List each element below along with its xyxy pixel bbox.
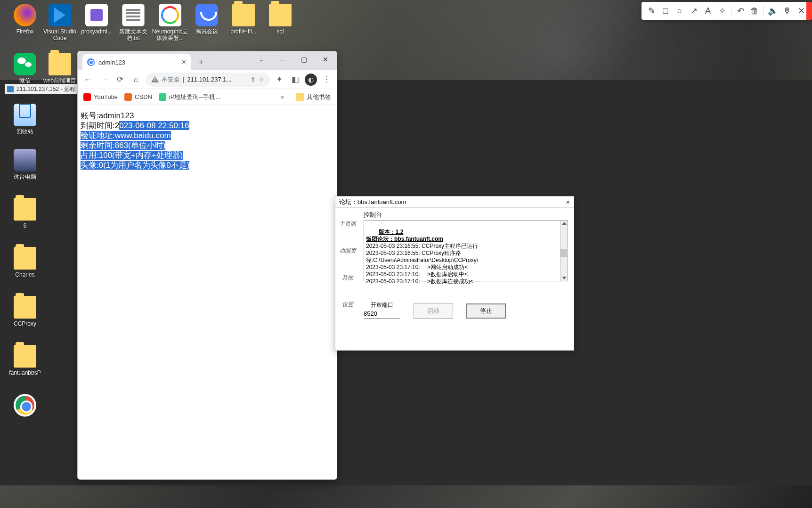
- scrollbar[interactable]: [560, 221, 568, 281]
- arrow-icon[interactable]: ↗: [687, 4, 701, 18]
- icon-ccproxy[interactable]: CCProxy: [7, 296, 43, 327]
- icon-neumorphic[interactable]: Neumorphic立体效果登...: [152, 4, 188, 41]
- page-line-expiry: 到期时间:2023-06-08 22:50:16: [81, 121, 334, 131]
- star-icon[interactable]: ☆: [259, 76, 264, 83]
- text-icon[interactable]: A: [701, 4, 715, 18]
- magic-icon[interactable]: ✧: [715, 4, 729, 18]
- forward-button[interactable]: →: [97, 73, 111, 86]
- port-label: 开放端口: [364, 301, 400, 309]
- bookmarks-overflow[interactable]: »: [281, 93, 284, 100]
- bookmark-csdn[interactable]: CSDN: [124, 93, 152, 101]
- console-titlebar[interactable]: 论坛：bbs.fantuanft.com ×: [335, 197, 574, 208]
- console-side-tabs: 主页面 功能页 其他 设置: [335, 208, 360, 350]
- console-close-icon[interactable]: ×: [566, 198, 570, 206]
- rdp-taskbar-item[interactable]: 211.101.237.152 - 远程: [5, 84, 80, 94]
- trash-icon[interactable]: 🗑: [747, 4, 762, 18]
- ip-lookup-icon: [159, 93, 166, 101]
- extensions-icon[interactable]: ✦: [273, 73, 286, 86]
- menu-icon[interactable]: ⋮: [320, 73, 333, 86]
- address-bar[interactable]: 不安全 | 211.101.237.1... ⇪ ☆: [146, 73, 270, 87]
- icon-recycle-bin[interactable]: 回收站: [7, 99, 43, 135]
- bookmarks-bar: YouTube CSDN iP地址查询--手机... » 其他书签: [78, 89, 337, 105]
- icon-sql[interactable]: sql: [262, 4, 299, 35]
- chrome-window: admin123 × + ⌄ — ▢ ✕ ← → ⟳ ⌂ 不安全 | 211.1…: [77, 51, 337, 480]
- speaker-icon[interactable]: 🔈: [766, 4, 780, 18]
- tab-close-icon[interactable]: ×: [182, 58, 186, 66]
- pencil-icon[interactable]: ✎: [644, 4, 658, 18]
- tab-settings[interactable]: 设置: [342, 301, 353, 309]
- icon-new-text-doc[interactable]: 新建文本文档.txt: [115, 4, 152, 41]
- insecure-warning-icon: [151, 76, 159, 83]
- console-log[interactable]: 版本：1.2 饭团论坛：bbs.fantuanft.com 2023-05-03…: [364, 220, 568, 281]
- chrome-toolbar: ← → ⟳ ⌂ 不安全 | 211.101.237.1... ⇪ ☆ ✦ ◧ ◐…: [78, 70, 337, 89]
- scrollbar-thumb[interactable]: [560, 249, 567, 257]
- window-close-button[interactable]: ✕: [315, 52, 336, 66]
- icon-wechat[interactable]: 微信: [7, 53, 43, 84]
- icon-vscode[interactable]: Visual Studio Code: [41, 4, 78, 41]
- icon-fantuanbbsp[interactable]: fantuanbbsP: [7, 345, 43, 376]
- url-text: 211.101.237.1...: [187, 76, 231, 83]
- mic-icon[interactable]: 🎙: [780, 4, 794, 18]
- page-line-account: 账号:admin123: [81, 111, 334, 121]
- folder-icon: [296, 93, 304, 101]
- circle-icon[interactable]: ○: [673, 4, 687, 18]
- stop-button[interactable]: 停止: [466, 303, 506, 319]
- youtube-icon: [83, 93, 91, 101]
- console-window: 论坛：bbs.fantuanft.com × 主页面 功能页 其他 设置 控制台…: [335, 196, 574, 351]
- maximize-button[interactable]: ▢: [293, 52, 314, 66]
- back-button[interactable]: ←: [81, 73, 95, 86]
- bookmark-youtube[interactable]: YouTube: [83, 93, 118, 101]
- log-header: 版本：1.2 饭团论坛：bbs.fantuanft.com: [366, 229, 443, 242]
- console-panel-label: 控制台: [364, 211, 568, 219]
- search-icon: [87, 58, 95, 66]
- home-button[interactable]: ⌂: [130, 73, 143, 86]
- tab-title: admin123: [98, 59, 125, 66]
- port-input[interactable]: [364, 309, 400, 319]
- page-line-remaining: 剩余时间:863(单位小时): [81, 140, 334, 150]
- icon-profile-fli[interactable]: profile-fli...: [225, 4, 262, 35]
- annotation-toolbar: ✎ □ ○ ↗ A ✧ ↶ 🗑 🔈 🎙 ✕: [641, 2, 811, 20]
- icon-tencent-meeting[interactable]: 腾讯会议: [188, 4, 225, 35]
- square-icon[interactable]: □: [658, 4, 673, 18]
- chrome-tab[interactable]: admin123 ×: [82, 54, 191, 70]
- tab-other[interactable]: 其他: [342, 274, 353, 282]
- toolbar-separator: [731, 6, 731, 16]
- icon-this-pc[interactable]: 这台电脑: [7, 149, 43, 180]
- sidepanel-icon[interactable]: ◧: [289, 73, 302, 86]
- toolbar-separator: [763, 6, 764, 16]
- other-bookmarks[interactable]: 其他书签: [296, 93, 331, 101]
- icon-firefox[interactable]: Firefox: [7, 4, 43, 35]
- icon-chrome[interactable]: [7, 394, 43, 418]
- reload-button[interactable]: ⟳: [114, 73, 127, 86]
- page-line-usage: 占用:100(带宽+内存+处理器): [81, 150, 334, 160]
- icon-web-frontend[interactable]: web前端项目: [41, 53, 78, 84]
- chevron-down-icon[interactable]: ⌄: [252, 52, 271, 66]
- log-body: 2023-05-03 23:16:55: CCProxy主程序已运行 2023-…: [366, 243, 479, 285]
- tab-main[interactable]: 主页面: [339, 220, 356, 228]
- tab-features[interactable]: 功能页: [339, 247, 356, 255]
- page-line-avatar: 头像:0(1为用户名为头像0不是): [81, 160, 334, 170]
- minimize-button[interactable]: —: [272, 52, 292, 66]
- profile-avatar[interactable]: ◐: [305, 74, 317, 86]
- page-content: 账号:admin123 到期时间:2023-06-08 22:50:16 验证地…: [78, 105, 337, 479]
- console-title: 论坛：bbs.fantuanft.com: [339, 198, 406, 206]
- toolbar-record-indicator: [806, 2, 812, 20]
- security-text: 不安全: [162, 75, 180, 84]
- page-line-verify: 验证地址:www.baidu.com: [81, 131, 334, 140]
- chrome-tabstrip: admin123 × + ⌄ — ▢ ✕: [78, 51, 337, 70]
- csdn-icon: [124, 93, 132, 101]
- bookmark-ip-lookup[interactable]: iP地址查询--手机...: [159, 93, 220, 101]
- url-separator: |: [183, 76, 184, 83]
- share-icon[interactable]: ⇪: [251, 76, 256, 83]
- start-button[interactable]: 启动: [414, 303, 453, 319]
- undo-icon[interactable]: ↶: [733, 4, 747, 18]
- icon-proxyadmin[interactable]: proxyadmi...: [78, 4, 115, 35]
- icon-folder-6[interactable]: 6: [7, 198, 43, 229]
- icon-charles[interactable]: Charles: [7, 247, 43, 278]
- new-tab-button[interactable]: +: [195, 56, 208, 69]
